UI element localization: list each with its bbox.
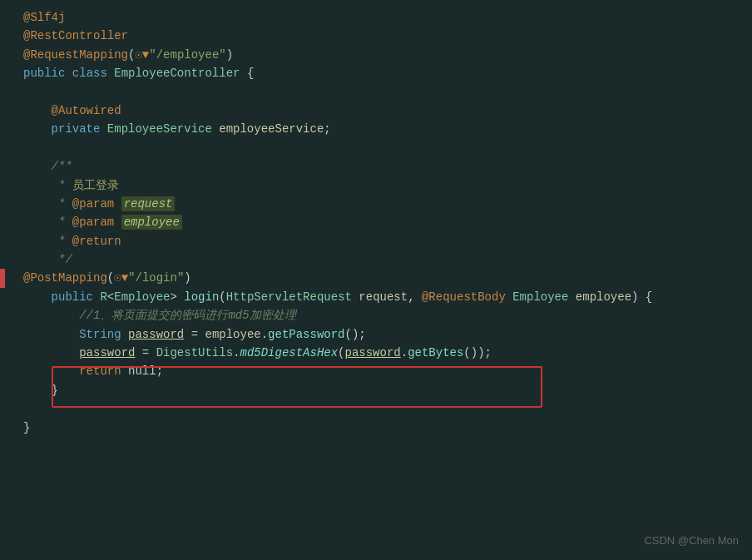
line-indicator-18 — [0, 325, 5, 344]
plain-7c: ; — [324, 122, 330, 136]
line-content-19: password = DigestUtils.md5DigestAsHex(pa… — [7, 344, 492, 362]
line-indicator-17 — [0, 306, 5, 325]
code-line-15: @PostMapping(☉▼"/login") — [0, 269, 752, 287]
comment-asterisk-11: * — [58, 197, 72, 211]
param-request: request — [121, 196, 176, 211]
code-line-8 — [0, 139, 752, 157]
line-content-10: * 员工登录 — [7, 176, 119, 195]
line-content-17: //1、将页面提交的密码进行md5加密处理 — [7, 306, 296, 325]
type-httpservletrequest: HttpServletRequest — [226, 290, 352, 304]
code-line-22 — [0, 399, 752, 418]
line-content-13: * @return — [7, 232, 121, 250]
line-indicator-2 — [0, 27, 5, 45]
line-indicator-16 — [0, 288, 5, 306]
line-indicator-8 — [0, 139, 5, 157]
line-content-7: private EmployeeService employeeService; — [7, 120, 331, 138]
kw-class: class — [72, 67, 107, 80]
comment-end: */ — [58, 253, 72, 266]
kw-private-7: private — [52, 122, 101, 136]
code-line-5 — [0, 83, 752, 102]
var-request: request — [359, 290, 408, 304]
plain-20: null; — [121, 364, 163, 378]
line-indicator-6 — [0, 102, 5, 120]
code-line-19: password = DigestUtils.md5DigestAsHex(pa… — [0, 344, 752, 362]
plain-4a — [65, 67, 72, 80]
type-employeeservice: EmployeeService — [107, 122, 212, 136]
line-content-12: * @param employee — [7, 213, 182, 231]
line-indicator-13 — [0, 232, 5, 250]
code-line-16: public R<Employee> login(HttpServletRequ… — [0, 288, 752, 306]
comment-md5: //1、将页面提交的密码进行md5加密处理 — [79, 309, 295, 322]
plain-18c: . — [261, 328, 268, 341]
code-line-1: @Slf4j — [0, 8, 752, 27]
var-employee-18: employee — [205, 328, 260, 341]
plain-18b: = — [184, 328, 205, 341]
line-indicator-7 — [0, 120, 5, 138]
type-employee-16: Employee — [114, 290, 170, 304]
line-indicator-11 — [0, 195, 5, 213]
comment-asterisk-10: * — [58, 179, 72, 192]
code-line-21: } — [0, 381, 752, 399]
line-indicator-10 — [0, 176, 5, 195]
plain-15b: ) — [184, 271, 190, 285]
type-r: R — [100, 290, 106, 304]
line-indicator-22 — [0, 399, 5, 418]
var-password-19: password — [79, 346, 135, 359]
line-indicator-1 — [0, 8, 5, 27]
at-param-12: @param — [72, 216, 114, 229]
code-line-10: * 员工登录 — [0, 176, 752, 195]
plain-16g — [506, 290, 512, 304]
annotation-requestmapping: @RequestMapping — [23, 48, 128, 62]
code-line-2: @RestController — [0, 27, 752, 45]
line-content-4: public class EmployeeController { — [7, 64, 254, 82]
plain-7a — [100, 122, 106, 136]
classname-employee: EmployeeController — [114, 67, 240, 80]
line-content-15: @PostMapping(☉▼"/login") — [7, 269, 191, 287]
at-return-13: @return — [72, 235, 121, 248]
annotation-slf4j: @Slf4j — [23, 11, 65, 24]
plain-16d: ( — [219, 290, 225, 304]
method-login: login — [184, 290, 219, 304]
var-employee: employee — [576, 290, 631, 304]
code-line-14: */ — [0, 250, 752, 269]
code-line-6: @Autowired — [0, 102, 752, 120]
space-12 — [114, 216, 121, 229]
plain-7b — [212, 122, 219, 136]
code-line-11: * @param request — [0, 195, 752, 213]
kw-public-4: public — [23, 67, 65, 80]
line-content-11: * @param request — [7, 195, 175, 213]
line-indicator-15 — [0, 269, 5, 287]
line-content-22 — [7, 399, 30, 418]
line-content-1: @Slf4j — [7, 8, 65, 27]
line-indicator-20 — [0, 362, 5, 380]
line-content-20: return null; — [7, 362, 163, 380]
code-line-9: /** — [0, 157, 752, 176]
plain-23: } — [23, 421, 30, 434]
plain-16i: ) { — [631, 290, 652, 304]
annotation-rest: @RestController — [23, 29, 128, 42]
line-content-21: } — [7, 381, 58, 399]
code-line-18: String password = employee.getPassword()… — [0, 325, 752, 344]
line-indicator-12 — [0, 213, 5, 231]
var-password-18: password — [128, 328, 184, 341]
kw-public-16: public — [52, 290, 93, 304]
annotation-autowired: @Autowired — [52, 104, 121, 117]
plain-16h — [568, 290, 575, 304]
line-content-3: @RequestMapping(☉▼"/employee") — [7, 46, 233, 64]
plain-21: } — [52, 384, 58, 397]
line-content-23: } — [7, 419, 30, 437]
line-content-9: /** — [7, 157, 72, 176]
plain-15a: ( — [107, 271, 114, 285]
plain-19c: ( — [338, 346, 344, 359]
comment-asterisk-12: * — [58, 216, 72, 229]
method-getbytes: getBytes — [408, 346, 463, 359]
emoji-15: ☉▼ — [114, 271, 128, 285]
line-content-18: String password = employee.getPassword()… — [7, 325, 366, 344]
code-line-20: return null; — [0, 362, 752, 380]
plain-4c: { — [240, 67, 254, 80]
line-indicator-23 — [0, 419, 5, 437]
plain-19a: = — [135, 346, 156, 359]
plain-16f: , — [408, 290, 422, 304]
space-11 — [114, 197, 121, 211]
line-indicator-9 — [0, 157, 5, 176]
